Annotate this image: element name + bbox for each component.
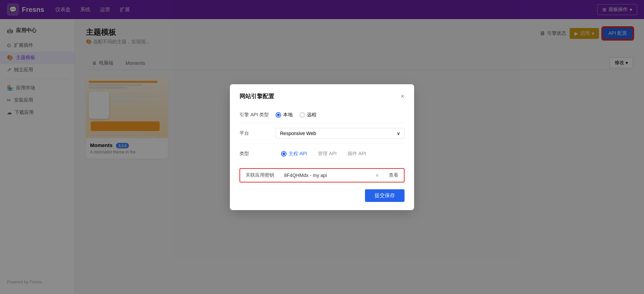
platform-select-value: Responsive Web xyxy=(280,131,316,136)
radio-remote-dot xyxy=(299,112,305,118)
modal-row-platform: 平台 Responsive Web ∨ xyxy=(239,123,405,144)
radio-remote-label: 远程 xyxy=(307,112,317,118)
key-row-label: 关联应用密钥 xyxy=(240,169,280,182)
key-select[interactable]: 8F4QHMdx - my api ∨ xyxy=(280,169,383,181)
api-type-field: 本地 远程 xyxy=(276,112,405,118)
type-field: 主程 API 管理 API 插件 API xyxy=(276,149,405,159)
radio-local-dot xyxy=(276,112,281,118)
radio-local[interactable]: 本地 xyxy=(276,112,293,118)
type-tab-main-api[interactable]: 主程 API xyxy=(276,149,312,159)
key-view-button[interactable]: 查看 xyxy=(383,169,404,182)
modal-row-type: 类型 主程 API 管理 API 插件 API xyxy=(239,144,405,164)
modal-overlay: 网站引擎配置 × 引擎 API 类型 本地 远程 xyxy=(0,0,644,294)
type-plugin-api-label: 插件 API xyxy=(348,151,366,157)
modal-row-api-type: 引擎 API 类型 本地 远程 xyxy=(239,107,405,123)
platform-chevron-icon: ∨ xyxy=(397,131,400,136)
platform-label: 平台 xyxy=(239,130,270,136)
type-admin-api-label: 管理 API xyxy=(318,151,336,157)
radio-remote[interactable]: 远程 xyxy=(299,112,317,118)
modal-close-button[interactable]: × xyxy=(400,93,405,100)
key-chevron-icon: ∨ xyxy=(376,173,379,178)
type-tab-admin-api[interactable]: 管理 API xyxy=(312,149,342,159)
key-select-value: 8F4QHMdx - my api xyxy=(284,173,376,178)
modal-header: 网站引擎配置 × xyxy=(239,92,405,100)
modal-footer: 提交保存 xyxy=(239,189,405,202)
engine-config-modal: 网站引擎配置 × 引擎 API 类型 本地 远程 xyxy=(230,84,414,210)
type-label: 类型 xyxy=(239,151,270,157)
api-type-radio-group: 本地 远程 xyxy=(276,112,317,118)
type-main-api-label: 主程 API xyxy=(289,151,307,157)
radio-local-label: 本地 xyxy=(283,112,293,118)
type-radio-main xyxy=(281,151,287,157)
submit-button[interactable]: 提交保存 xyxy=(365,189,405,202)
api-type-label: 引擎 API 类型 xyxy=(239,112,270,118)
key-row: 关联应用密钥 8F4QHMdx - my api ∨ 查看 xyxy=(239,168,405,182)
type-tabs: 主程 API 管理 API 插件 API xyxy=(276,149,371,159)
platform-field: Responsive Web ∨ xyxy=(276,128,405,139)
type-tab-plugin-api[interactable]: 插件 API xyxy=(342,149,371,159)
platform-select[interactable]: Responsive Web ∨ xyxy=(276,128,405,139)
modal-title: 网站引擎配置 xyxy=(239,92,274,100)
